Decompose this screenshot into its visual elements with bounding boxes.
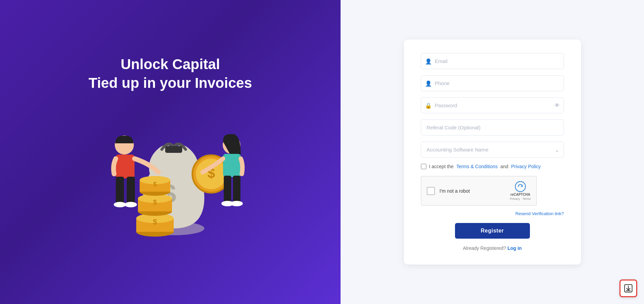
recaptcha-widget[interactable]: I'm not a robot reCAPTCHA Privacy · Term… <box>421 176 537 206</box>
svg-rect-6 <box>127 177 135 204</box>
svg-rect-28 <box>233 176 240 203</box>
svg-rect-26 <box>223 154 241 177</box>
password-group: 🔒 👁 <box>421 97 564 113</box>
svg-rect-27 <box>224 176 231 203</box>
resend-verification-link[interactable]: Resend Verification link? <box>421 211 564 216</box>
phone-group: 👤 <box>421 75 564 91</box>
phone-input[interactable] <box>421 75 564 91</box>
terms-conditions-link[interactable]: Terms & Conditions <box>456 164 498 169</box>
login-row: Already Registered? Log in <box>421 245 564 251</box>
recaptcha-brand-label: reCAPTCHA <box>511 193 530 196</box>
referral-input[interactable] <box>421 119 564 135</box>
recaptcha-left: I'm not a robot <box>427 187 470 195</box>
svg-rect-4 <box>116 155 135 178</box>
hero-title: Unlock Capital Tied up in your Invoices <box>89 55 252 92</box>
recaptcha-logo-icon <box>515 181 526 192</box>
svg-point-30 <box>231 201 243 206</box>
svg-text:$: $ <box>153 218 157 226</box>
login-link[interactable]: Log in <box>507 245 522 251</box>
phone-user-icon: 👤 <box>425 80 432 86</box>
svg-text:$: $ <box>153 198 157 206</box>
referral-group <box>421 119 564 135</box>
download-button[interactable] <box>619 279 637 297</box>
accounting-software-select[interactable]: Accounting Software Name QuickBooks Xero… <box>421 142 564 158</box>
privacy-policy-link[interactable]: Privacy Policy <box>511 164 541 169</box>
email-input[interactable] <box>421 53 564 69</box>
email-group: 👤 <box>421 53 564 69</box>
recaptcha-privacy-links: Privacy · Terms <box>510 197 531 201</box>
svg-text:$: $ <box>153 181 157 188</box>
register-button[interactable]: Register <box>455 223 530 239</box>
already-registered-label: Already Registered? <box>463 245 506 251</box>
password-input[interactable] <box>421 97 564 113</box>
left-panel: Unlock Capital Tied up in your Invoices … <box>0 0 341 304</box>
password-toggle-icon[interactable]: 👁 <box>554 102 560 109</box>
svg-point-7 <box>114 202 126 207</box>
accounting-software-group: Accounting Software Name QuickBooks Xero… <box>421 142 564 158</box>
lock-icon: 🔒 <box>425 102 432 109</box>
recaptcha-checkbox[interactable] <box>427 187 435 195</box>
svg-point-8 <box>125 202 137 207</box>
download-icon <box>624 284 633 293</box>
form-card: 👤 👤 🔒 👁 Accounting Software Name QuickBo… <box>404 39 581 265</box>
terms-row: I accept the Terms & Conditions and Priv… <box>421 164 564 169</box>
right-panel: 👤 👤 🔒 👁 Accounting Software Name QuickBo… <box>341 0 644 304</box>
svg-rect-2 <box>165 146 182 153</box>
illustration: $ $ $ $ <box>68 106 272 249</box>
recaptcha-label: I'm not a robot <box>440 188 470 194</box>
svg-rect-5 <box>116 177 124 204</box>
user-icon: 👤 <box>425 58 432 64</box>
terms-checkbox[interactable] <box>421 164 426 169</box>
recaptcha-right: reCAPTCHA Privacy · Terms <box>510 181 531 201</box>
terms-prefix: I accept the <box>429 164 454 169</box>
terms-and: and <box>500 164 508 169</box>
svg-point-31 <box>515 181 525 192</box>
